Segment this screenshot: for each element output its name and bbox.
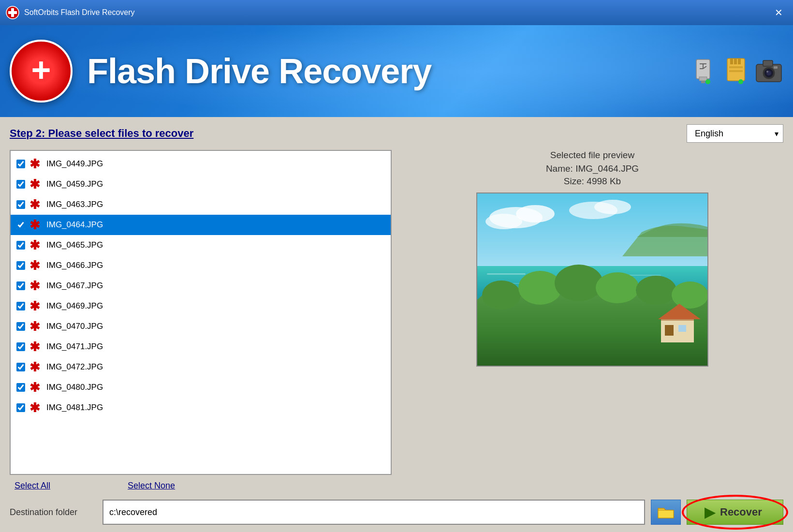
bottom-controls: Select All Select None Destination folde… [10, 481, 783, 525]
file-name: IMG_0472.JPG [46, 362, 103, 372]
step-title: Step 2: Please select files to recover [10, 127, 193, 140]
file-checkbox[interactable] [16, 281, 25, 290]
svg-rect-44 [678, 325, 686, 332]
browse-button[interactable] [651, 500, 681, 525]
preview-filename: Name: IMG_0464.JPG [546, 163, 639, 174]
file-checkbox[interactable] [16, 221, 25, 229]
list-item[interactable]: IMG_0470.JPG [11, 316, 391, 337]
recover-button[interactable]: ▶ Recover [687, 500, 783, 525]
svg-point-17 [738, 79, 743, 84]
list-item[interactable]: IMG_0480.JPG [11, 377, 391, 398]
file-type-icon [28, 401, 42, 414]
preview-filesize: Size: 4998 Kb [564, 176, 621, 187]
svg-rect-16 [729, 70, 743, 72]
app-icon [6, 6, 19, 19]
file-checkbox[interactable] [16, 160, 25, 168]
destination-label: Destination folder [10, 507, 97, 517]
file-type-icon [28, 299, 42, 313]
file-type-icon [28, 177, 42, 191]
file-checkbox[interactable] [16, 200, 25, 209]
header-banner: + Flash Drive Recovery [0, 25, 793, 117]
file-checkbox[interactable] [16, 403, 25, 412]
list-item[interactable]: IMG_0459.JPG [11, 174, 391, 194]
destination-input[interactable] [103, 500, 645, 525]
main-content: Step 2: Please select files to recover E… [0, 117, 793, 532]
preview-label: Selected file preview [550, 150, 634, 161]
file-type-icon [28, 259, 42, 272]
usb-icon [689, 57, 718, 86]
list-item[interactable]: IMG_0463.JPG [11, 194, 391, 215]
file-checkbox[interactable] [16, 322, 25, 331]
list-item[interactable]: IMG_0467.JPG [11, 276, 391, 296]
file-name: IMG_0466.JPG [46, 261, 103, 270]
content-row: IMG_0449.JPG IMG_0459.JPG IMG_0463.JPG [10, 150, 783, 475]
file-checkbox[interactable] [16, 241, 25, 250]
file-list-panel: IMG_0449.JPG IMG_0459.JPG IMG_0463.JPG [10, 150, 392, 475]
title-bar: SoftOrbits Flash Drive Recovery ✕ [0, 0, 793, 25]
destination-row: Destination folder ▶ Recover [10, 500, 783, 525]
memory-card-icon [721, 57, 750, 86]
svg-rect-14 [738, 59, 741, 64]
list-item[interactable]: IMG_0465.JPG [11, 235, 391, 255]
svg-point-28 [485, 214, 522, 229]
file-checkbox[interactable] [16, 302, 25, 310]
file-list-container: IMG_0449.JPG IMG_0459.JPG IMG_0463.JPG [10, 150, 392, 475]
svg-point-37 [518, 271, 562, 305]
list-item[interactable]: IMG_0469.JPG [11, 296, 391, 316]
svg-rect-24 [774, 66, 778, 69]
device-icons [689, 57, 783, 86]
file-type-icon [28, 279, 42, 293]
list-item[interactable]: IMG_0472.JPG [11, 357, 391, 377]
app-logo: + [10, 40, 73, 103]
recover-label: Recover [720, 506, 762, 518]
recover-arrow-icon: ▶ [705, 504, 715, 520]
svg-rect-32 [487, 273, 526, 275]
svg-point-23 [766, 71, 768, 73]
file-name: IMG_0470.JPG [46, 322, 103, 331]
close-button[interactable]: ✕ [770, 4, 787, 21]
camera-icon [754, 57, 783, 86]
file-name: IMG_0463.JPG [46, 200, 103, 209]
svg-rect-47 [658, 510, 674, 518]
select-all-button[interactable]: Select All [15, 481, 50, 491]
svg-rect-5 [701, 81, 705, 83]
select-none-button[interactable]: Select None [128, 481, 175, 491]
file-type-icon [28, 381, 42, 394]
svg-point-40 [636, 276, 676, 305]
svg-rect-13 [734, 59, 737, 64]
svg-point-39 [596, 272, 639, 303]
file-checkbox[interactable] [16, 342, 25, 351]
svg-rect-4 [699, 77, 707, 81]
file-name: IMG_0480.JPG [46, 383, 103, 392]
folder-icon [657, 504, 675, 520]
file-name: IMG_0464.JPG [46, 220, 103, 230]
file-name: IMG_0467.JPG [46, 281, 103, 291]
svg-rect-2 [8, 11, 17, 14]
list-item[interactable]: IMG_0481.JPG [11, 398, 391, 418]
step-header-row: Step 2: Please select files to recover E… [10, 124, 783, 143]
list-item[interactable]: IMG_0471.JPG [11, 337, 391, 357]
list-item[interactable]: IMG_0449.JPG [11, 154, 391, 174]
svg-point-38 [555, 265, 603, 301]
file-type-icon [28, 218, 42, 232]
file-checkbox[interactable] [16, 180, 25, 189]
preview-panel: Selected file preview Name: IMG_0464.JPG… [401, 150, 783, 475]
list-item[interactable]: IMG_0464.JPG [11, 215, 391, 235]
file-checkbox[interactable] [16, 261, 25, 270]
file-name: IMG_0469.JPG [46, 301, 103, 311]
preview-image [476, 192, 708, 367]
svg-rect-19 [763, 60, 773, 66]
language-select[interactable]: English French German Spanish Russian [687, 124, 783, 143]
svg-point-36 [482, 281, 521, 310]
logo-cross: + [31, 53, 51, 87]
title-bar-left: SoftOrbits Flash Drive Recovery [6, 6, 135, 19]
language-selector-wrapper: English French German Spanish Russian ▾ [687, 124, 783, 143]
app-title: SoftOrbits Flash Drive Recovery [24, 8, 135, 17]
file-checkbox[interactable] [16, 363, 25, 371]
file-type-icon [28, 238, 42, 252]
file-checkbox[interactable] [16, 383, 25, 392]
file-name: IMG_0471.JPG [46, 342, 103, 352]
svg-rect-43 [665, 325, 674, 336]
file-list-scroll[interactable]: IMG_0449.JPG IMG_0459.JPG IMG_0463.JPG [11, 151, 391, 474]
list-item[interactable]: IMG_0466.JPG [11, 255, 391, 276]
